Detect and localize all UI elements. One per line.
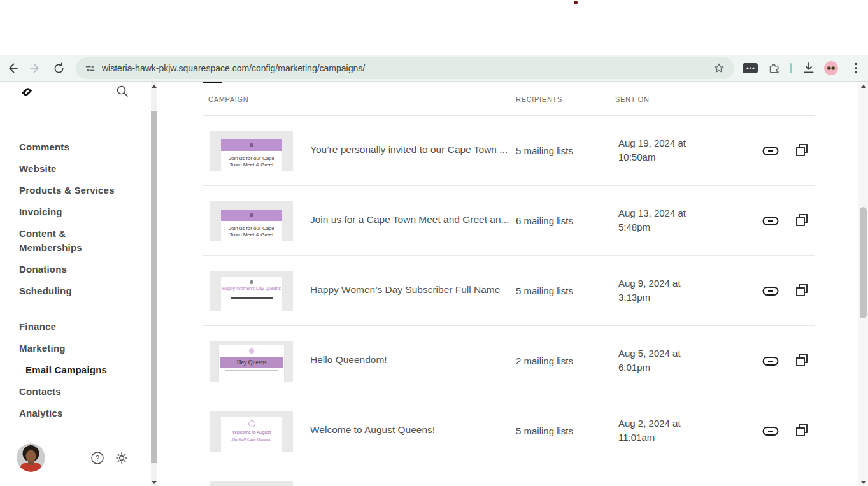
thumb-microtext [225, 370, 278, 371]
account-avatar[interactable] [17, 443, 45, 472]
sidebar-item-donations[interactable]: Donations [19, 262, 137, 276]
reload-icon[interactable] [48, 55, 69, 82]
sidebar-scrollbar-thumb[interactable] [151, 111, 157, 463]
campaign-thumbnail: Join us for our Cape Town Meet & Greet [210, 201, 293, 241]
duplicate-icon[interactable] [794, 143, 809, 158]
campaign-title: Join us for a Cape Town Meet and Greet a… [310, 214, 509, 225]
help-icon[interactable]: ? [90, 451, 104, 465]
search-icon[interactable] [115, 84, 129, 98]
settings-gear-icon[interactable] [115, 451, 129, 465]
thumb-text: Hey Queens [220, 357, 283, 368]
app-frame: Comments Website Products & Services Inv… [0, 82, 868, 486]
sidebar-item-email-campaigns[interactable]: Email Campaigns [25, 363, 107, 378]
link-icon[interactable] [762, 424, 779, 438]
thumb-text: Town Meet & Greet [221, 232, 282, 238]
thumb-microtext [231, 297, 273, 299]
thumb-text: Welcome to August [221, 430, 282, 434]
sidebar: Comments Website Products & Services Inv… [0, 82, 151, 486]
link-icon[interactable] [762, 214, 779, 228]
thumb-text: Happy Women’s Day Queens [221, 286, 282, 290]
sidebar-item-analytics[interactable]: Analytics [19, 406, 137, 420]
campaign-title: Hello Queendom! [310, 354, 387, 366]
campaign-thumbnail-partial [210, 481, 293, 486]
campaign-sent-on: Aug 19, 2024 at10:50am [618, 136, 686, 164]
campaign-thumbnail: Happy Women’s Day Queens [210, 271, 293, 311]
thumb-text: Join us for our Cape [221, 225, 282, 232]
url-address-bar[interactable]: wisteria-hawk-pkjw.squarespace.com/confi… [76, 57, 734, 79]
campaign-list: Join us for our Cape Town Meet & Greet Y… [203, 116, 815, 466]
table-header: CAMPAIGN RECIPIENTS SENT ON [203, 82, 815, 116]
forward-icon[interactable] [25, 55, 46, 82]
page-top-strip [0, 0, 868, 55]
sidebar-scrollbar[interactable] [151, 82, 157, 486]
sidebar-item-website[interactable]: Website [19, 162, 137, 176]
campaign-row[interactable]: Join us for our Cape Town Meet & Greet J… [203, 186, 815, 256]
thumb-text: Town Meet & Greet [221, 162, 282, 168]
campaign-row[interactable]: Welcome to August She Self Care Queens! … [203, 396, 815, 466]
column-sent-on: SENT ON [615, 96, 650, 103]
browser-toolbar: wisteria-hawk-pkjw.squarespace.com/confi… [0, 55, 868, 82]
toolbar-divider [790, 63, 792, 73]
campaigns-main: CAMPAIGN RECIPIENTS SENT ON Join us for … [157, 82, 858, 486]
column-campaign: CAMPAIGN [208, 96, 248, 103]
svg-text:?: ? [96, 454, 99, 462]
campaign-row[interactable]: Join us for our Cape Town Meet & Greet Y… [203, 116, 815, 186]
campaign-row[interactable]: Hey Queens Hello Queendom! 2 mailing lis… [203, 326, 815, 396]
campaign-sent-on: Aug 2, 2024 at11:01am [618, 417, 681, 445]
menu-kebab-icon[interactable] [845, 55, 867, 82]
url-text: wisteria-hawk-pkjw.squarespace.com/confi… [102, 63, 365, 73]
campaign-row[interactable]: Happy Women’s Day Queens Happy Women’s D… [203, 256, 815, 326]
campaign-thumbnail: Join us for our Cape Town Meet & Greet [210, 131, 293, 171]
sidebar-item-contacts[interactable]: Contacts [19, 385, 137, 399]
sidebar-item-marketing[interactable]: Marketing [19, 341, 137, 355]
main-scrollbar-thumb[interactable] [860, 207, 867, 318]
sidebar-item-comments[interactable]: Comments [19, 140, 137, 154]
thumb-text: She Self Care Queens! [221, 437, 282, 442]
duplicate-icon[interactable] [794, 213, 809, 228]
link-icon[interactable] [762, 144, 779, 158]
pinned-extension-icon[interactable] [739, 55, 761, 82]
campaign-thumbnail: Hey Queens [210, 341, 293, 382]
duplicate-icon[interactable] [794, 283, 809, 298]
site-info-icon[interactable] [85, 63, 96, 74]
campaign-sent-on: Aug 9, 2024 at3:13pm [618, 276, 681, 304]
link-icon[interactable] [762, 284, 779, 298]
squarespace-logo[interactable] [18, 83, 35, 100]
campaign-recipients: 5 mailing lists [516, 425, 573, 436]
campaign-recipients: 2 mailing lists [516, 355, 573, 366]
main-scrollbar[interactable] [858, 82, 868, 486]
extensions-puzzle-icon[interactable] [763, 55, 785, 82]
link-icon[interactable] [762, 354, 779, 368]
scrollbar-down-arrow[interactable] [861, 481, 866, 484]
sidebar-item-scheduling[interactable]: Scheduling [19, 284, 137, 298]
back-icon[interactable] [2, 55, 24, 82]
campaign-recipients: 5 mailing lists [516, 145, 573, 156]
flower-icon [249, 348, 254, 354]
campaign-recipients: 6 mailing lists [516, 215, 573, 226]
scrollbar-down-arrow[interactable] [152, 481, 157, 484]
recording-dot [574, 1, 578, 4]
sidebar-item-products-services[interactable]: Products & Services [19, 183, 137, 197]
campaign-title: You’re personally invited to our Cape To… [310, 144, 508, 155]
sidebar-item-content-memberships[interactable]: Content & Memberships [19, 227, 115, 255]
campaign-sent-on: Aug 5, 2024 at6:01pm [618, 347, 681, 375]
campaign-title: Happy Women’s Day Subscriber Full Name [310, 284, 500, 296]
downloads-icon[interactable] [798, 55, 820, 82]
sidebar-item-invoicing[interactable]: Invoicing [19, 205, 137, 219]
campaign-sent-on: Aug 13, 2024 at5:48pm [618, 206, 686, 234]
campaign-thumbnail: Welcome to August She Self Care Queens! [210, 411, 293, 452]
flower-icon [248, 420, 255, 427]
duplicate-icon[interactable] [794, 423, 809, 438]
profile-avatar-icon[interactable] [820, 55, 842, 82]
duplicate-icon[interactable] [794, 353, 809, 368]
scrollbar-up-arrow[interactable] [152, 85, 157, 88]
campaign-title: Welcome to August Queens! [310, 424, 435, 436]
scrollbar-up-arrow[interactable] [861, 85, 866, 88]
campaign-recipients: 5 mailing lists [516, 285, 573, 296]
sidebar-item-finance[interactable]: Finance [19, 320, 137, 334]
column-recipients: RECIPIENTS [516, 96, 562, 103]
bookmark-star-icon[interactable] [711, 61, 727, 76]
thumb-text: Join us for our Cape [221, 155, 282, 162]
